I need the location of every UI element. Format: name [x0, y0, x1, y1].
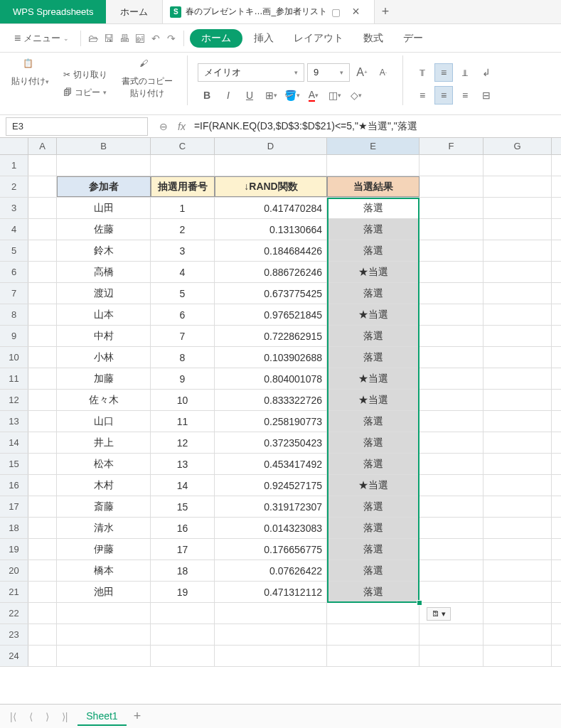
cell-A9[interactable]: [28, 326, 57, 346]
cell-C1[interactable]: [151, 155, 215, 176]
prev-sheet-button[interactable]: ⟨: [26, 711, 36, 722]
cell-C7[interactable]: 5: [151, 283, 215, 304]
cell-B3[interactable]: 山田: [57, 198, 151, 218]
cell-A4[interactable]: [28, 219, 57, 240]
cell-D4[interactable]: 0.13130664: [215, 219, 327, 240]
new-tab-button[interactable]: +: [375, 0, 397, 23]
cell-G17[interactable]: [483, 496, 552, 517]
cell-B14[interactable]: 井上: [57, 432, 151, 453]
cell-G3[interactable]: [483, 198, 552, 218]
cell-C8[interactable]: 6: [151, 304, 215, 325]
cell-F15[interactable]: [420, 454, 483, 474]
col-header-D[interactable]: D: [215, 138, 327, 154]
cell-F1[interactable]: [420, 155, 483, 176]
italic-button[interactable]: I: [219, 86, 237, 105]
cell-D2[interactable]: ↓RAND関数: [215, 176, 327, 197]
cell-F19[interactable]: [420, 539, 483, 560]
cell-E11[interactable]: ★当選: [327, 368, 420, 389]
ribbon-home[interactable]: ホーム: [190, 29, 242, 48]
cell-G9[interactable]: [483, 326, 552, 346]
cell-A3[interactable]: [28, 198, 57, 218]
cell-A17[interactable]: [28, 496, 57, 517]
cell-G12[interactable]: [483, 390, 552, 410]
open-icon[interactable]: 🗁: [87, 32, 100, 45]
cell-C20[interactable]: 18: [151, 560, 215, 581]
cell-E1[interactable]: [327, 155, 420, 176]
cell-A2[interactable]: [28, 176, 57, 197]
select-all-corner[interactable]: [0, 138, 28, 154]
cell-B20[interactable]: 橋本: [57, 560, 151, 581]
cell-G2[interactable]: [483, 176, 552, 197]
last-sheet-button[interactable]: ⟩|: [59, 711, 71, 722]
cell-A21[interactable]: [28, 582, 57, 602]
print-preview-icon[interactable]: 🗟: [134, 32, 146, 45]
cell-B9[interactable]: 中村: [57, 326, 151, 346]
cell-C22[interactable]: [151, 603, 215, 623]
col-header-G[interactable]: G: [483, 138, 552, 154]
cell-C23[interactable]: [151, 624, 215, 645]
cell-B13[interactable]: 山口: [57, 411, 151, 432]
row-header-18[interactable]: 18: [0, 518, 28, 538]
row-header-11[interactable]: 11: [0, 368, 28, 389]
row-header-3[interactable]: 3: [0, 198, 28, 218]
cell-C18[interactable]: 16: [151, 518, 215, 538]
cell-A7[interactable]: [28, 283, 57, 304]
cell-A1[interactable]: [28, 155, 57, 176]
cell-F8[interactable]: [420, 304, 483, 325]
cell-B17[interactable]: 斎藤: [57, 496, 151, 517]
row-header-8[interactable]: 8: [0, 304, 28, 325]
cell-G6[interactable]: [483, 262, 552, 282]
row-header-5[interactable]: 5: [0, 240, 28, 261]
formula-input[interactable]: =IF(RANK.EQ(D3,$D$3:$D$21)<=5,"★当選","落選: [190, 120, 561, 133]
cell-B2[interactable]: 参加者: [57, 176, 151, 197]
print-icon[interactable]: 🖶: [118, 32, 131, 45]
row-header-23[interactable]: 23: [0, 624, 28, 645]
cell-A13[interactable]: [28, 411, 57, 432]
cell-A15[interactable]: [28, 454, 57, 474]
cell-G10[interactable]: [483, 347, 552, 368]
cell-G8[interactable]: [483, 304, 552, 325]
cell-B22[interactable]: [57, 603, 151, 623]
add-sheet-button[interactable]: +: [134, 709, 141, 724]
cell-G15[interactable]: [483, 454, 552, 474]
paste-options-button[interactable]: 🖺 ▾: [427, 607, 451, 621]
cell-G1[interactable]: [483, 155, 552, 176]
menu-button[interactable]: ≡ メニュー ⌄: [9, 29, 75, 48]
row-header-24[interactable]: 24: [0, 646, 28, 666]
cell-G21[interactable]: [483, 582, 552, 602]
cell-F11[interactable]: [420, 368, 483, 389]
cell-C6[interactable]: 4: [151, 262, 215, 282]
cell-G23[interactable]: [483, 624, 552, 645]
cell-G16[interactable]: [483, 475, 552, 496]
cell-C21[interactable]: 19: [151, 582, 215, 602]
cell-E16[interactable]: ★当選: [327, 475, 420, 496]
document-tab[interactable]: S 春のプレゼントキ…画_参加者リスト ▢ ×: [162, 0, 374, 23]
cell-C19[interactable]: 17: [151, 539, 215, 560]
grow-font-button[interactable]: A+: [353, 63, 371, 82]
cell-F3[interactable]: [420, 198, 483, 218]
cell-E23[interactable]: [327, 624, 420, 645]
cell-E9[interactable]: 落選: [327, 326, 420, 346]
row-header-17[interactable]: 17: [0, 496, 28, 517]
start-tab[interactable]: ホーム: [106, 0, 162, 23]
cell-G11[interactable]: [483, 368, 552, 389]
cell-D7[interactable]: 0.673775425: [215, 283, 327, 304]
clear-format-button[interactable]: ◇▾: [347, 86, 365, 105]
cell-E22[interactable]: [327, 603, 420, 623]
row-header-15[interactable]: 15: [0, 454, 28, 474]
cell-B24[interactable]: [57, 646, 151, 666]
cell-D24[interactable]: [215, 646, 327, 666]
cell-E21[interactable]: 落選: [327, 582, 420, 602]
cell-B15[interactable]: 松本: [57, 454, 151, 474]
cell-D20[interactable]: 0.07626422: [215, 560, 327, 581]
cell-B6[interactable]: 高橋: [57, 262, 151, 282]
cell-C16[interactable]: 14: [151, 475, 215, 496]
cell-F2[interactable]: [420, 176, 483, 197]
cell-D16[interactable]: 0.924527175: [215, 475, 327, 496]
cell-C12[interactable]: 10: [151, 390, 215, 410]
cell-E3[interactable]: 落選: [327, 198, 420, 218]
col-header-A[interactable]: A: [28, 138, 57, 154]
row-header-2[interactable]: 2: [0, 176, 28, 197]
cell-D17[interactable]: 0.319172307: [215, 496, 327, 517]
row-header-20[interactable]: 20: [0, 560, 28, 581]
